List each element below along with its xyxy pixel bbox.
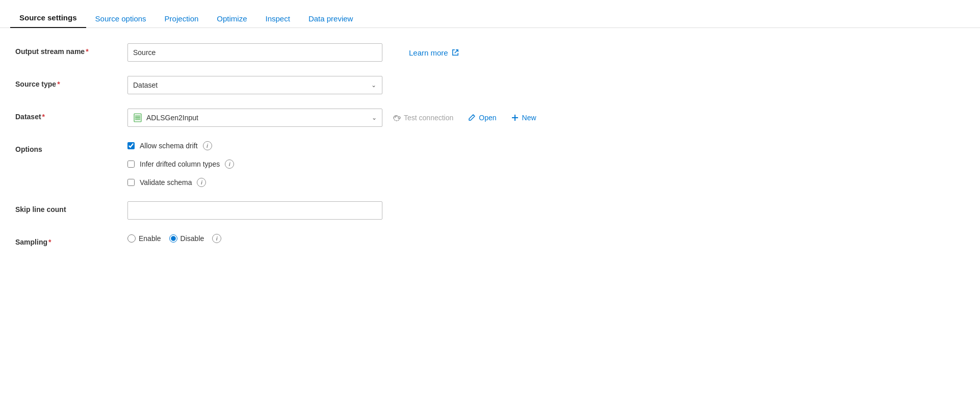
pencil-icon [468,114,476,122]
sampling-enable-radio[interactable] [127,234,136,243]
infer-drifted-checkbox[interactable] [127,161,135,168]
main-container: Source settings Source options Projectio… [0,0,980,400]
content-area: Output stream name* Learn more Source ty… [0,28,980,276]
infer-drifted-label[interactable]: Infer drifted column types [140,160,220,168]
plus-icon [511,114,519,122]
dataset-controls: ADLSGen2Input ⌄ Test connection [127,109,965,127]
dataset-file-icon [133,113,142,122]
new-button[interactable]: New [507,112,540,124]
validate-schema-info-icon[interactable]: i [197,178,206,187]
tab-projection[interactable]: Projection [156,8,208,28]
output-stream-name-row: Output stream name* Learn more [15,43,965,62]
source-type-row: Source type* Dataset Inline ⌄ [15,76,965,94]
allow-schema-drift-checkbox[interactable] [127,142,135,149]
source-type-select-wrapper: Dataset Inline ⌄ [127,76,382,94]
allow-schema-drift-label[interactable]: Allow schema drift [140,142,198,150]
output-stream-name-controls: Learn more [127,43,965,62]
options-column: Allow schema drift i Infer drifted colum… [127,141,234,187]
output-stream-name-input[interactable] [127,43,382,62]
options-label: Options [15,141,127,153]
source-type-label: Source type* [15,76,127,88]
allow-schema-drift-info-icon[interactable]: i [203,141,212,150]
skip-line-count-row: Skip line count [15,201,965,220]
svg-rect-1 [135,116,140,117]
sampling-controls: Enable Disable i [127,234,965,243]
tab-source-settings[interactable]: Source settings [10,7,86,28]
skip-line-count-controls [127,201,965,220]
output-stream-name-label: Output stream name* [15,43,127,56]
dataset-select-display[interactable]: ADLSGen2Input ⌄ [127,109,382,127]
learn-more-link[interactable]: Learn more [409,48,459,57]
sampling-label: Sampling* [15,234,127,246]
svg-rect-3 [135,119,140,120]
sampling-info-icon[interactable]: i [212,234,221,243]
infer-drifted-info-icon[interactable]: i [225,159,234,169]
allow-schema-drift-row: Allow schema drift i [127,141,234,150]
skip-line-count-input[interactable] [127,201,382,220]
external-link-icon [451,48,459,57]
options-row: Options Allow schema drift i Infer drift… [15,141,965,187]
dataset-row: Dataset* ADLSGen2Input ⌄ [15,109,965,127]
sampling-enable-option[interactable]: Enable [127,234,161,243]
dataset-label: Dataset* [15,109,127,121]
open-button[interactable]: Open [463,112,500,124]
options-controls: Allow schema drift i Infer drifted colum… [127,141,965,187]
tab-data-preview[interactable]: Data preview [299,8,363,28]
validate-schema-row: Validate schema i [127,178,234,187]
sampling-disable-radio[interactable] [169,234,177,243]
sampling-disable-option[interactable]: Disable [169,234,204,243]
validate-schema-checkbox[interactable] [127,179,135,186]
sampling-disable-label: Disable [180,234,204,243]
test-connection-button[interactable]: Test connection [389,112,457,124]
dataset-chevron-icon: ⌄ [372,114,377,121]
tab-optimize[interactable]: Optimize [208,8,256,28]
tab-inspect[interactable]: Inspect [256,8,299,28]
validate-schema-label[interactable]: Validate schema [140,178,192,186]
sampling-enable-label: Enable [139,234,161,243]
tab-source-options[interactable]: Source options [86,8,156,28]
tab-bar: Source settings Source options Projectio… [0,0,980,28]
source-type-select[interactable]: Dataset Inline [127,76,382,94]
infer-drifted-row: Infer drifted column types i [127,159,234,169]
sampling-radio-group: Enable Disable i [127,234,221,243]
sampling-row: Sampling* Enable Disable i [15,234,965,246]
skip-line-count-label: Skip line count [15,201,127,214]
source-type-controls: Dataset Inline ⌄ [127,76,965,94]
svg-rect-2 [135,117,140,118]
dataset-name-text: ADLSGen2Input [146,114,368,122]
test-connection-icon [393,114,401,122]
